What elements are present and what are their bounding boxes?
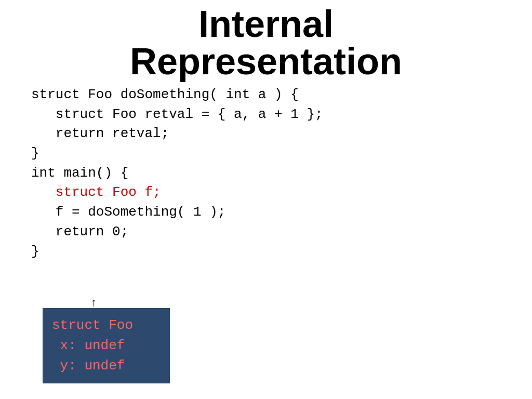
tooltip-line-3: y: undef [52, 356, 161, 376]
title-line1: Internal [31, 5, 501, 43]
tooltip-line-1: struct Foo [52, 315, 161, 336]
code-line-2: struct Foo retval = { a, a + 1 }; [31, 105, 501, 125]
title-line2: Representation [31, 43, 501, 80]
tooltip-line-2: x: undef [52, 336, 161, 356]
code-line-5: int main() { [31, 164, 501, 183]
code-line-3: return retval; [31, 124, 501, 144]
code-line-1: struct Foo doSomething( int a ) { [31, 85, 501, 105]
code-line-7: f = doSomething( 1 ); [31, 203, 501, 222]
slide-container: Internal Representation struct Foo doSom… [0, 0, 532, 399]
code-line-8: return 0; [31, 222, 501, 242]
tooltip-box: struct Foo x: undef y: undef [43, 308, 170, 383]
code-section: struct Foo doSomething( int a ) { struct… [31, 85, 501, 261]
code-line-4: } [31, 144, 501, 164]
code-line-9: } [31, 242, 501, 262]
title-section: Internal Representation [31, 0, 501, 80]
code-line-6: struct Foo f; [31, 183, 501, 203]
